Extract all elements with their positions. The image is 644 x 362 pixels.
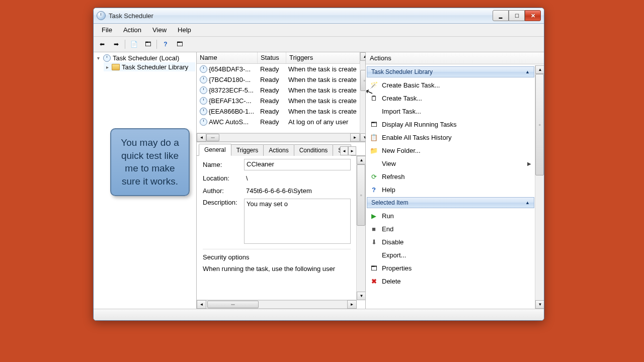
- maximize-button[interactable]: [509, 10, 525, 21]
- tutorial-callout: You may do a quick test like me to make …: [110, 128, 190, 196]
- delete-icon: ✖: [370, 277, 378, 285]
- table-row[interactable]: {83723ECF-5...ReadyWhen the task is crea…: [197, 85, 360, 96]
- scroll-left-icon[interactable]: ◄: [197, 300, 206, 309]
- action-new-folder[interactable]: 📁New Folder...: [367, 144, 534, 157]
- disable-icon: ⬇: [370, 238, 378, 246]
- name-field[interactable]: CCleaner: [244, 159, 351, 170]
- task-name: {BEFAF13C-...: [209, 97, 252, 105]
- action-delete[interactable]: ✖Delete: [367, 275, 534, 288]
- task-trigger: When the task is create: [285, 86, 360, 94]
- properties-toolbar-button[interactable]: 🗔: [141, 38, 154, 50]
- tab-conditions[interactable]: Conditions: [294, 144, 334, 156]
- help-toolbar-button[interactable]: ?: [159, 38, 172, 50]
- table-row[interactable]: {EEA866B0-1...ReadyWhen the task is crea…: [197, 106, 360, 117]
- scroll-down-icon[interactable]: ▼: [360, 133, 365, 142]
- label: View: [382, 160, 396, 167]
- scroll-thumb[interactable]: ≡: [535, 74, 544, 175]
- tree-library[interactable]: ▸ Task Scheduler Library: [104, 62, 195, 71]
- action-create-task[interactable]: 🗒Create Task...: [367, 92, 534, 105]
- col-name[interactable]: Name: [197, 52, 258, 63]
- scroll-up-icon[interactable]: ▲: [357, 156, 365, 164]
- table-row[interactable]: AWC AutoS...ReadyAt log on of any user: [197, 117, 360, 127]
- selected-group-header[interactable]: Selected Item ▲: [367, 197, 534, 208]
- forward-button[interactable]: ➡: [110, 38, 123, 50]
- action-create-basic-task[interactable]: 🪄Create Basic Task...: [367, 78, 534, 92]
- scroll-right-icon[interactable]: ►: [347, 300, 357, 309]
- scroll-right-icon[interactable]: ►: [350, 133, 360, 142]
- scroll-down-icon[interactable]: ▼: [535, 300, 544, 309]
- tree-root-label: Task Scheduler (Local): [113, 54, 179, 62]
- scroll-thumb[interactable]: ▪▪▪: [206, 134, 219, 141]
- tree-root[interactable]: ▾ Task Scheduler (Local): [95, 53, 195, 62]
- expand-icon[interactable]: ▸: [105, 64, 110, 70]
- folder-icon: [112, 64, 120, 70]
- actions-vscroll[interactable]: ▲ ≡ ▼: [535, 65, 544, 309]
- collapse-icon[interactable]: ▲: [525, 200, 530, 205]
- security-label: Security options: [203, 253, 351, 261]
- list-vscroll[interactable]: ▲ ≡ ▼: [360, 52, 365, 142]
- label: Create Task...: [382, 95, 422, 102]
- library-group-label: Task Scheduler Library: [371, 68, 433, 75]
- task-status: Ready: [257, 97, 285, 105]
- col-triggers[interactable]: Triggers: [286, 52, 360, 63]
- location-label: Location:: [203, 174, 244, 182]
- table-row[interactable]: {654BDAF3-...ReadyWhen the task is creat…: [197, 64, 360, 74]
- action-run[interactable]: ▶Run: [367, 209, 534, 222]
- details-vscroll[interactable]: ▲ ≡ ▼: [356, 156, 365, 300]
- scroll-up-icon[interactable]: ▲: [360, 52, 365, 61]
- table-row[interactable]: {BEFAF13C-...ReadyWhen the task is creat…: [197, 96, 360, 106]
- scroll-thumb[interactable]: ▪▪▪: [207, 301, 259, 308]
- task-icon: [200, 65, 207, 73]
- task-status: Ready: [257, 65, 285, 73]
- col-status[interactable]: Status: [258, 52, 286, 63]
- scroll-left-icon[interactable]: ◄: [197, 133, 206, 142]
- action-enable-history[interactable]: 📋Enable All Tasks History: [367, 131, 534, 144]
- tab-triggers[interactable]: Triggers: [231, 144, 264, 156]
- close-button[interactable]: [525, 10, 541, 21]
- folder-icon: 📁: [370, 146, 378, 154]
- author-value: 745t6-6-6-6-6-6\Sytem: [244, 186, 314, 196]
- action-import-task[interactable]: Import Task...: [367, 105, 534, 118]
- minimize-button[interactable]: [493, 10, 509, 21]
- table-row[interactable]: {7BC4D180-...ReadyWhen the task is creat…: [197, 74, 360, 85]
- window-title: Task Scheduler: [109, 12, 493, 20]
- action-disable[interactable]: ⬇Disable: [367, 235, 534, 248]
- action-display-running[interactable]: 🗔Display All Running Tasks: [367, 118, 534, 131]
- tab-scroll-right[interactable]: ►: [348, 146, 356, 155]
- list-hscroll[interactable]: ◄ ▪▪▪ ►: [197, 133, 360, 142]
- menu-help[interactable]: Help: [173, 25, 196, 35]
- action-refresh[interactable]: ⟳Refresh: [367, 170, 534, 183]
- back-button[interactable]: ⬅: [96, 38, 109, 50]
- expand-icon[interactable]: ▾: [96, 55, 101, 61]
- scroll-down-icon[interactable]: ▼: [357, 292, 365, 300]
- scroll-thumb[interactable]: ≡: [357, 164, 365, 226]
- label: Refresh: [382, 173, 405, 180]
- statusbar: [94, 309, 544, 320]
- task-name: {EEA866B0-1...: [209, 108, 254, 115]
- extra-toolbar-button[interactable]: 🗔: [173, 38, 186, 50]
- description-field[interactable]: You may set o: [244, 199, 351, 244]
- details-hscroll[interactable]: ◄ ▪▪▪ ►: [197, 300, 357, 309]
- action-properties[interactable]: 🗔Properties: [367, 261, 534, 275]
- description-label: Description:: [203, 199, 244, 206]
- scroll-up-icon[interactable]: ▲: [535, 65, 544, 74]
- tab-general[interactable]: General: [199, 144, 231, 156]
- action-end[interactable]: ■End: [367, 222, 534, 235]
- action-view[interactable]: View▶: [367, 157, 534, 170]
- library-group-header[interactable]: Task Scheduler Library ▲: [367, 66, 534, 77]
- tab-actions[interactable]: Actions: [263, 144, 294, 156]
- menu-action[interactable]: Action: [118, 25, 146, 35]
- up-button[interactable]: 📄: [127, 38, 140, 50]
- menu-file[interactable]: File: [97, 25, 117, 35]
- collapse-icon[interactable]: ▲: [525, 69, 530, 74]
- titlebar[interactable]: Task Scheduler: [94, 8, 544, 24]
- tab-scroll-left[interactable]: ◄: [340, 146, 348, 155]
- action-help[interactable]: ?Help: [367, 183, 534, 196]
- menu-view[interactable]: View: [147, 25, 172, 35]
- label: Properties: [382, 264, 412, 272]
- label: Enable All Tasks History: [382, 134, 452, 141]
- action-export[interactable]: Export...: [367, 248, 534, 261]
- label: Import Task...: [382, 108, 421, 115]
- task-status: Ready: [257, 118, 285, 126]
- task-icon: [200, 97, 207, 105]
